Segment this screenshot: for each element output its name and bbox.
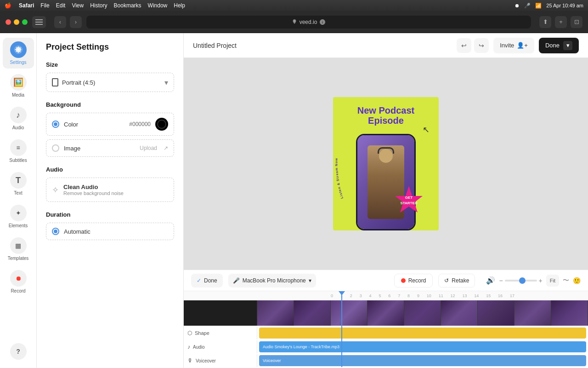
- upload-icon: ↗: [164, 145, 168, 151]
- shape-track-name: Shape: [195, 330, 209, 336]
- menu-bookmarks[interactable]: Bookmarks: [114, 2, 141, 9]
- invite-button[interactable]: Invite 👤+: [493, 38, 534, 53]
- shape-track-content: [257, 327, 588, 339]
- media-label: Media: [12, 92, 24, 98]
- voiceover-track-label: 🎙 Voiceover: [184, 354, 257, 367]
- timeline-done-button[interactable]: ✓ Done: [191, 274, 223, 288]
- menu-edit[interactable]: Edit: [56, 2, 66, 9]
- new-tab-button[interactable]: +: [555, 16, 567, 28]
- emoji-icon[interactable]: 🙂: [573, 277, 581, 284]
- video-track: [184, 300, 588, 326]
- duration-label: Duration: [46, 211, 174, 218]
- sidebar-nav: Settings 🖼️ Media ♪ Audio ≡ Subtitles T …: [0, 33, 37, 368]
- elements-label: Elements: [9, 223, 28, 228]
- color-swatch-button[interactable]: [155, 118, 168, 131]
- shape-track-label: ⬡ Shape: [184, 327, 257, 339]
- volume-icon[interactable]: 🔊: [486, 276, 495, 285]
- settings-icon: [10, 41, 27, 58]
- split-view-button[interactable]: ⊡: [571, 16, 582, 28]
- menu-safari[interactable]: Safari: [19, 2, 34, 9]
- menubar-record-icon: ⏺: [514, 3, 520, 8]
- sidebar-item-subtitles[interactable]: ≡ Subtitles: [3, 136, 34, 167]
- audio-track-content: Audio Smokey's Lounge - TrackTribe.mp3: [257, 340, 588, 353]
- menu-window[interactable]: Window: [148, 2, 168, 9]
- project-title[interactable]: Untitled Project: [193, 42, 452, 49]
- audio-track-bar: Audio Smokey's Lounge - TrackTribe.mp3: [259, 341, 586, 352]
- automatic-radio-button[interactable]: [52, 228, 59, 235]
- checkmark-icon: ✓: [197, 277, 201, 284]
- apple-menu[interactable]: 🍎: [5, 2, 11, 9]
- audio-track-filename: Audio Smokey's Lounge - TrackTribe.mp3: [263, 345, 339, 349]
- shape-track-bar: [259, 328, 586, 339]
- poster-canvas[interactable]: Listen & Stream Now New Podcast Episode: [333, 97, 439, 230]
- bg-color-option[interactable]: Color #000000: [46, 113, 174, 136]
- redo-button[interactable]: ↪: [474, 38, 489, 53]
- image-option-label: Image: [64, 145, 135, 152]
- sparkle-icon: ✧: [52, 185, 59, 195]
- undo-button[interactable]: ↩: [457, 38, 471, 53]
- mic-dropdown-arrow: ▾: [309, 277, 311, 284]
- get-started-badge: GET STARTED: [393, 185, 425, 219]
- sidebar-item-settings[interactable]: Settings: [3, 38, 34, 69]
- retake-icon: ↺: [444, 277, 449, 284]
- menubar-wifi-icon: 📶: [535, 3, 542, 9]
- menu-help[interactable]: Help: [174, 2, 185, 9]
- waveform-icon[interactable]: 〜: [563, 276, 569, 285]
- auto-duration-option[interactable]: Automatic: [46, 223, 174, 240]
- svg-rect-0: [35, 19, 43, 20]
- settings-label: Settings: [10, 60, 26, 65]
- sidebar-item-text[interactable]: T Text: [3, 168, 34, 199]
- sidebar-item-media[interactable]: 🖼️ Media: [3, 70, 34, 101]
- help-icon: ?: [10, 343, 27, 360]
- color-option-label: Color: [64, 121, 124, 128]
- image-radio-button[interactable]: [52, 144, 59, 152]
- sidebar-item-audio[interactable]: ♪ Audio: [3, 103, 34, 134]
- url-display: veed.io: [300, 19, 317, 25]
- done-button[interactable]: Done ▾: [539, 38, 579, 53]
- back-button[interactable]: ‹: [54, 16, 66, 28]
- sidebar-item-record[interactable]: ⏺ Record: [3, 266, 34, 297]
- timeline-done-label: Done: [204, 277, 217, 284]
- browser-chrome: ‹ › veed.io ⬆ + ⊡: [0, 11, 588, 33]
- zoom-slider[interactable]: − +: [499, 277, 542, 284]
- size-label: Size: [46, 61, 174, 68]
- audio-icon: ♪: [10, 107, 27, 123]
- forward-button[interactable]: ›: [70, 16, 82, 28]
- menu-file[interactable]: File: [40, 2, 49, 9]
- audio-track-name: Audio: [193, 345, 205, 350]
- mic-selector[interactable]: 🎤 MacBook Pro Microphone ▾: [228, 274, 316, 288]
- panel-title: Project Settings: [46, 42, 174, 52]
- audio-label: Audio: [12, 125, 24, 130]
- sidebar-item-templates[interactable]: ▦ Templates: [3, 234, 34, 264]
- share-button[interactable]: ⬆: [539, 16, 551, 28]
- record-button[interactable]: Record: [394, 274, 433, 288]
- svg-text:Listen & Stream Now: Listen & Stream Now: [334, 158, 343, 199]
- svg-rect-2: [35, 24, 43, 25]
- text-label: Text: [14, 190, 22, 196]
- clean-audio-card[interactable]: ✧ Clean Audio Remove background noise: [46, 178, 174, 202]
- size-dropdown[interactable]: Portrait (4:5) ▾: [46, 73, 174, 92]
- timeline-content: 012345 67891011 121314151617: [184, 291, 588, 367]
- menu-view[interactable]: View: [72, 2, 84, 9]
- size-value: Portrait (4:5): [62, 79, 95, 86]
- zoom-thumb: [519, 277, 526, 284]
- retake-button[interactable]: ↺ Retake: [438, 274, 475, 288]
- sidebar-toggle-button[interactable]: [32, 16, 46, 28]
- shape-track-icon: ⬡: [187, 330, 192, 336]
- minimize-window-button[interactable]: [14, 19, 19, 25]
- menubar-mic-icon: 🎤: [524, 3, 531, 9]
- zoom-in-icon[interactable]: +: [539, 277, 543, 284]
- address-bar[interactable]: veed.io: [86, 16, 531, 29]
- color-radio-button[interactable]: [52, 121, 59, 128]
- menu-history[interactable]: History: [90, 2, 107, 9]
- sidebar-item-elements[interactable]: ✦ Elements: [3, 201, 34, 232]
- fit-button[interactable]: Fit: [546, 275, 559, 287]
- bg-image-option[interactable]: Image Upload ↗: [46, 139, 174, 157]
- zoom-out-icon[interactable]: −: [499, 277, 503, 284]
- maximize-window-button[interactable]: [22, 19, 28, 25]
- close-window-button[interactable]: [6, 19, 11, 25]
- automatic-label: Automatic: [64, 228, 90, 235]
- sidebar-item-help[interactable]: ?: [3, 339, 34, 363]
- zoom-track: [505, 280, 537, 282]
- upload-button[interactable]: Upload: [140, 145, 157, 151]
